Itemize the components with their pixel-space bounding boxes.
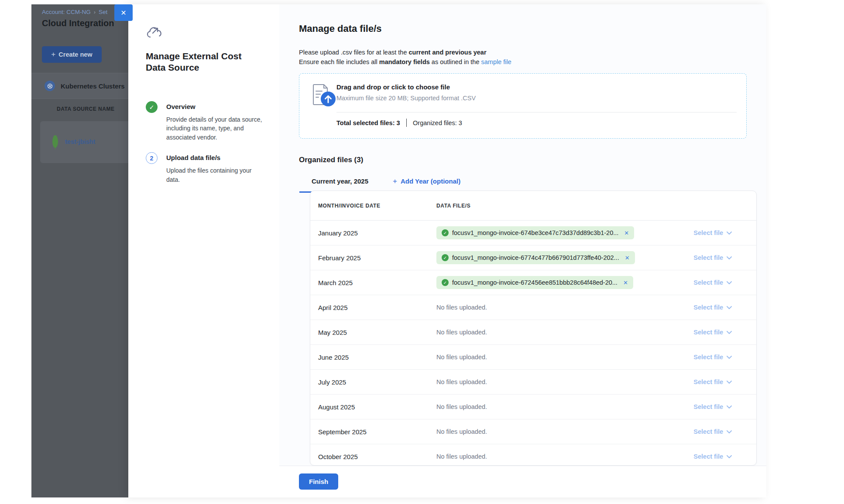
step-overview-description: Provide details of your data source, inc… [166, 115, 263, 142]
month-cell: April 2025 [310, 304, 436, 311]
remove-file-icon[interactable]: ✕ [624, 230, 629, 236]
breadcrumb-section-link[interactable]: Set [99, 9, 107, 15]
select-file-label: Select file [693, 304, 723, 311]
step-number-badge: 2 [146, 152, 158, 164]
no-files-text: No files uploaded. [436, 304, 487, 311]
chevron-down-icon [727, 281, 732, 284]
wizard-steps: ✓ Overview Provide details of your data … [146, 101, 268, 194]
select-file-dropdown[interactable]: Select file [666, 304, 732, 311]
tab-add-year[interactable]: + Add Year (optional) [393, 172, 460, 193]
select-file-dropdown[interactable]: Select file [666, 354, 732, 361]
remove-file-icon[interactable]: ✕ [625, 255, 630, 261]
file-cell: No files uploaded. [436, 453, 666, 460]
plus-icon: + [393, 177, 397, 185]
mongodb-leaf-icon [52, 135, 58, 148]
table-row: August 2025 No files uploaded. Select fi… [310, 395, 756, 419]
month-cell: March 2025 [310, 279, 436, 286]
table-row: January 2025 ✓ focusv1_mongo-invoice-674… [310, 221, 756, 245]
kubernetes-clusters-section[interactable]: Kubernetes Clusters [31, 73, 128, 99]
uploaded-file-chip: ✓ focusv1_mongo-invoice-672456ee851bbb28… [436, 276, 633, 289]
month-cell: February 2025 [310, 254, 436, 262]
file-name: focusv1_mongo-invoice-674be3ce47c73d37dd… [452, 229, 618, 236]
file-name: focusv1_mongo-invoice-672456ee851bbb28c6… [452, 279, 618, 286]
data-source-row: test-jbisht [52, 135, 95, 148]
no-files-text: No files uploaded. [436, 378, 487, 385]
select-file-label: Select file [693, 329, 723, 336]
select-file-label: Select file [693, 279, 723, 286]
file-success-check-icon: ✓ [442, 254, 449, 261]
file-cell: No files uploaded. [436, 329, 666, 336]
table-header-row: MONTH/INVOICE DATE DATA FILE/S [310, 191, 756, 221]
table-row: October 2025 No files uploaded. Select f… [310, 444, 756, 466]
file-cell: ✓ focusv1_mongo-invoice-672456ee851bbb28… [436, 276, 666, 289]
cloud-export-icon [146, 25, 163, 41]
upload-file-icon [312, 83, 339, 110]
select-file-dropdown[interactable]: Select file [666, 254, 732, 261]
table-row: September 2025 No files uploaded. Select… [310, 419, 756, 444]
select-file-label: Select file [693, 229, 723, 236]
dropzone-subtitle: Maximum file size 20 MB; Supported forma… [336, 95, 476, 102]
sample-file-link[interactable]: sample file [481, 58, 511, 65]
add-year-label: Add Year (optional) [401, 177, 460, 185]
kubernetes-icon [45, 81, 55, 91]
file-success-check-icon: ✓ [442, 229, 449, 236]
month-cell: January 2025 [310, 229, 436, 237]
create-new-label: Create new [58, 51, 92, 58]
step-overview[interactable]: ✓ Overview Provide details of your data … [146, 101, 268, 142]
select-file-label: Select file [693, 378, 723, 385]
no-files-text: No files uploaded. [436, 403, 487, 410]
table-row: July 2025 No files uploaded. Select file [310, 370, 756, 395]
create-new-button[interactable]: + Create new [42, 46, 102, 63]
month-cell: June 2025 [310, 354, 436, 361]
dropzone-divider [336, 112, 737, 112]
chevron-down-icon [727, 306, 732, 309]
select-file-dropdown[interactable]: Select file [666, 403, 732, 410]
total-selected-files: Total selected files: 3 [336, 119, 400, 126]
finish-button[interactable]: Finish [299, 473, 338, 490]
file-cell: No files uploaded. [436, 354, 666, 361]
step-overview-label: Overview [166, 101, 263, 110]
table-row: May 2025 No files uploaded. Select file [310, 320, 756, 345]
file-dropzone[interactable]: Drag and drop or click to choose file Ma… [299, 73, 747, 139]
instruction-bold: current and previous year [408, 49, 486, 56]
select-file-dropdown[interactable]: Select file [666, 428, 732, 435]
select-file-dropdown[interactable]: Select file [666, 279, 732, 286]
chevron-down-icon [727, 232, 732, 235]
close-icon: ✕ [120, 9, 126, 17]
select-file-dropdown[interactable]: Select file [666, 453, 732, 460]
instruction-line-1: Please upload .csv files for at least th… [299, 48, 511, 57]
tab-current-year[interactable]: Current year, 2025 [299, 172, 381, 193]
step-complete-check-icon: ✓ [146, 101, 158, 113]
select-file-dropdown[interactable]: Select file [666, 378, 732, 385]
select-file-dropdown[interactable]: Select file [666, 329, 732, 336]
column-header-datafile: DATA FILE/S [436, 203, 756, 209]
data-source-name-link[interactable]: test-jbisht [65, 138, 95, 145]
dropzone-stats: Total selected files: 3 Organized files:… [336, 119, 462, 127]
step-upload-data-files[interactable]: 2 Upload data file/s Upload the files co… [146, 152, 268, 184]
select-file-dropdown[interactable]: Select file [666, 229, 732, 236]
data-source-card[interactable]: test-jbisht [40, 121, 128, 163]
instruction-text: Please upload .csv files for at least th… [299, 49, 408, 56]
chevron-down-icon [727, 256, 732, 259]
uploaded-file-chip: ✓ focusv1_mongo-invoice-674be3ce47c73d37… [436, 226, 634, 239]
remove-file-icon[interactable]: ✕ [623, 279, 628, 286]
chevron-down-icon [727, 381, 732, 384]
file-cell: No files uploaded. [436, 304, 666, 311]
month-cell: October 2025 [310, 453, 436, 460]
month-cell: September 2025 [310, 428, 436, 436]
monthly-files-table: MONTH/INVOICE DATE DATA FILE/S January 2… [310, 191, 757, 466]
table-row: March 2025 ✓ focusv1_mongo-invoice-67245… [310, 270, 756, 295]
breadcrumb: Account: CCM-NG›Set [42, 9, 107, 15]
step-upload-description: Upload the files containing your data. [166, 166, 263, 184]
plus-icon: + [51, 50, 55, 59]
kubernetes-clusters-label: Kubernetes Clusters [61, 82, 125, 90]
table-row: June 2025 No files uploaded. Select file [310, 345, 756, 370]
dropzone-title: Drag and drop or click to choose file [336, 83, 450, 91]
table-row: February 2025 ✓ focusv1_mongo-invoice-67… [310, 245, 756, 270]
step-upload-label: Upload data file/s [166, 152, 263, 161]
table-body: January 2025 ✓ focusv1_mongo-invoice-674… [310, 221, 756, 466]
close-drawer-button[interactable]: ✕ [114, 4, 133, 21]
year-tabs: Current year, 2025 + Add Year (optional) [299, 172, 460, 193]
page-title: Cloud Integration [42, 18, 114, 28]
breadcrumb-account-link[interactable]: Account: CCM-NG [42, 9, 91, 15]
